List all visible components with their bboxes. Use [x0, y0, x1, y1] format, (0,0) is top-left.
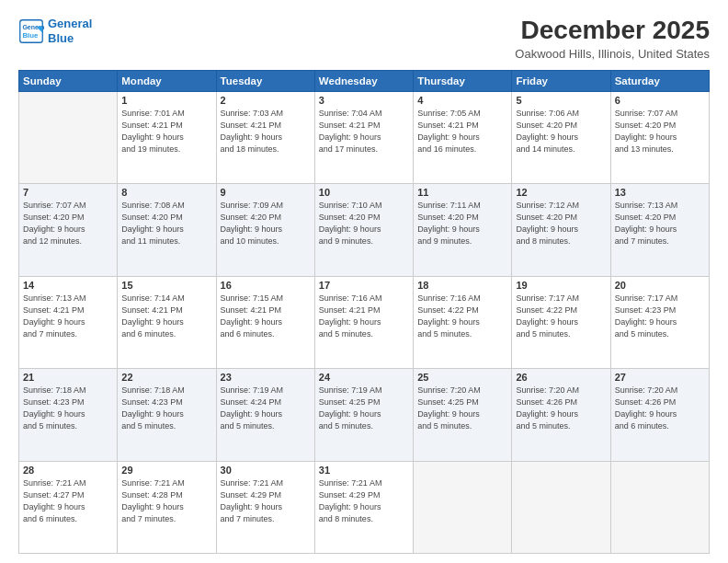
calendar-cell: 30Sunrise: 7:21 AM Sunset: 4:29 PM Dayli…	[216, 461, 314, 553]
day-number: 21	[23, 372, 113, 383]
day-number: 5	[516, 95, 606, 106]
day-number: 4	[417, 95, 507, 106]
calendar-cell	[414, 461, 512, 553]
calendar-cell	[610, 461, 709, 553]
calendar-cell: 23Sunrise: 7:19 AM Sunset: 4:24 PM Dayli…	[216, 369, 314, 461]
calendar-cell: 15Sunrise: 7:14 AM Sunset: 4:21 PM Dayli…	[118, 276, 216, 368]
day-info: Sunrise: 7:13 AM Sunset: 4:21 PM Dayligh…	[23, 293, 113, 340]
calendar-cell: 31Sunrise: 7:21 AM Sunset: 4:29 PM Dayli…	[314, 461, 413, 553]
calendar-week-row: 21Sunrise: 7:18 AM Sunset: 4:23 PM Dayli…	[19, 369, 710, 461]
calendar-week-row: 14Sunrise: 7:13 AM Sunset: 4:21 PM Dayli…	[19, 276, 710, 368]
calendar-cell: 11Sunrise: 7:11 AM Sunset: 4:20 PM Dayli…	[414, 184, 512, 276]
title-block: December 2025 Oakwood Hills, Illinois, U…	[515, 17, 710, 61]
day-number: 9	[221, 187, 311, 198]
calendar-cell	[19, 91, 118, 183]
day-info: Sunrise: 7:05 AM Sunset: 4:21 PM Dayligh…	[417, 108, 507, 155]
logo-line1: General	[48, 17, 92, 30]
day-number: 24	[319, 372, 409, 383]
svg-text:Blue: Blue	[22, 31, 39, 40]
calendar-cell: 25Sunrise: 7:20 AM Sunset: 4:25 PM Dayli…	[414, 369, 512, 461]
calendar-cell: 3Sunrise: 7:04 AM Sunset: 4:21 PM Daylig…	[314, 91, 413, 183]
day-info: Sunrise: 7:18 AM Sunset: 4:23 PM Dayligh…	[121, 385, 211, 432]
logo-line2: Blue	[48, 31, 74, 45]
day-info: Sunrise: 7:19 AM Sunset: 4:25 PM Dayligh…	[319, 385, 409, 432]
day-header-monday: Monday	[118, 70, 216, 91]
calendar-cell: 26Sunrise: 7:20 AM Sunset: 4:26 PM Dayli…	[512, 369, 610, 461]
day-header-sunday: Sunday	[19, 70, 118, 91]
day-number: 17	[319, 280, 409, 291]
calendar-cell: 18Sunrise: 7:16 AM Sunset: 4:22 PM Dayli…	[414, 276, 512, 368]
day-number: 23	[221, 372, 311, 383]
header: General Blue General Blue December 2025 …	[18, 17, 710, 61]
calendar-table: SundayMondayTuesdayWednesdayThursdayFrid…	[18, 70, 710, 554]
calendar-week-row: 7Sunrise: 7:07 AM Sunset: 4:20 PM Daylig…	[19, 184, 710, 276]
day-info: Sunrise: 7:20 AM Sunset: 4:26 PM Dayligh…	[615, 385, 705, 432]
day-info: Sunrise: 7:16 AM Sunset: 4:21 PM Dayligh…	[319, 293, 409, 340]
day-info: Sunrise: 7:07 AM Sunset: 4:20 PM Dayligh…	[23, 200, 113, 247]
day-info: Sunrise: 7:21 AM Sunset: 4:28 PM Dayligh…	[121, 477, 211, 525]
calendar-cell: 4Sunrise: 7:05 AM Sunset: 4:21 PM Daylig…	[414, 91, 512, 183]
day-info: Sunrise: 7:14 AM Sunset: 4:21 PM Dayligh…	[121, 293, 211, 340]
day-number: 11	[417, 187, 507, 198]
calendar-cell: 20Sunrise: 7:17 AM Sunset: 4:23 PM Dayli…	[610, 276, 709, 368]
calendar-cell: 13Sunrise: 7:13 AM Sunset: 4:20 PM Dayli…	[610, 184, 709, 276]
day-number: 13	[615, 187, 705, 198]
day-info: Sunrise: 7:15 AM Sunset: 4:21 PM Dayligh…	[221, 293, 311, 340]
day-info: Sunrise: 7:19 AM Sunset: 4:24 PM Dayligh…	[221, 385, 311, 432]
day-number: 18	[417, 280, 507, 291]
day-info: Sunrise: 7:17 AM Sunset: 4:22 PM Dayligh…	[516, 293, 606, 340]
day-number: 3	[319, 95, 409, 106]
day-info: Sunrise: 7:09 AM Sunset: 4:20 PM Dayligh…	[221, 200, 311, 247]
day-number: 20	[615, 280, 705, 291]
day-number: 14	[23, 280, 113, 291]
day-info: Sunrise: 7:21 AM Sunset: 4:29 PM Dayligh…	[221, 477, 311, 525]
calendar-cell: 5Sunrise: 7:06 AM Sunset: 4:20 PM Daylig…	[512, 91, 610, 183]
day-info: Sunrise: 7:21 AM Sunset: 4:27 PM Dayligh…	[23, 477, 113, 525]
day-number: 30	[221, 465, 311, 476]
day-header-friday: Friday	[512, 70, 610, 91]
day-header-tuesday: Tuesday	[216, 70, 314, 91]
calendar-cell: 21Sunrise: 7:18 AM Sunset: 4:23 PM Dayli…	[19, 369, 118, 461]
calendar-week-row: 28Sunrise: 7:21 AM Sunset: 4:27 PM Dayli…	[19, 461, 710, 553]
day-number: 29	[121, 465, 211, 476]
day-info: Sunrise: 7:04 AM Sunset: 4:21 PM Dayligh…	[319, 108, 409, 155]
calendar-cell: 6Sunrise: 7:07 AM Sunset: 4:20 PM Daylig…	[610, 91, 709, 183]
calendar-cell: 22Sunrise: 7:18 AM Sunset: 4:23 PM Dayli…	[118, 369, 216, 461]
calendar-cell: 17Sunrise: 7:16 AM Sunset: 4:21 PM Dayli…	[314, 276, 413, 368]
calendar-cell: 29Sunrise: 7:21 AM Sunset: 4:28 PM Dayli…	[118, 461, 216, 553]
day-number: 7	[23, 187, 113, 198]
calendar-cell: 7Sunrise: 7:07 AM Sunset: 4:20 PM Daylig…	[19, 184, 118, 276]
calendar-cell: 12Sunrise: 7:12 AM Sunset: 4:20 PM Dayli…	[512, 184, 610, 276]
calendar-week-row: 1Sunrise: 7:01 AM Sunset: 4:21 PM Daylig…	[19, 91, 710, 183]
day-info: Sunrise: 7:13 AM Sunset: 4:20 PM Dayligh…	[615, 200, 705, 247]
day-number: 1	[121, 95, 211, 106]
calendar-cell: 10Sunrise: 7:10 AM Sunset: 4:20 PM Dayli…	[314, 184, 413, 276]
day-info: Sunrise: 7:16 AM Sunset: 4:22 PM Dayligh…	[417, 293, 507, 340]
logo-icon: General Blue	[18, 18, 44, 44]
day-header-wednesday: Wednesday	[314, 70, 413, 91]
calendar-cell: 28Sunrise: 7:21 AM Sunset: 4:27 PM Dayli…	[19, 461, 118, 553]
calendar-cell: 24Sunrise: 7:19 AM Sunset: 4:25 PM Dayli…	[314, 369, 413, 461]
day-info: Sunrise: 7:08 AM Sunset: 4:20 PM Dayligh…	[121, 200, 211, 247]
calendar-cell: 16Sunrise: 7:15 AM Sunset: 4:21 PM Dayli…	[216, 276, 314, 368]
day-info: Sunrise: 7:11 AM Sunset: 4:20 PM Dayligh…	[417, 200, 507, 247]
day-number: 25	[417, 372, 507, 383]
day-number: 10	[319, 187, 409, 198]
day-info: Sunrise: 7:20 AM Sunset: 4:25 PM Dayligh…	[417, 385, 507, 432]
calendar-cell: 2Sunrise: 7:03 AM Sunset: 4:21 PM Daylig…	[216, 91, 314, 183]
day-number: 26	[516, 372, 606, 383]
day-number: 28	[23, 465, 113, 476]
calendar-cell: 14Sunrise: 7:13 AM Sunset: 4:21 PM Dayli…	[19, 276, 118, 368]
day-info: Sunrise: 7:21 AM Sunset: 4:29 PM Dayligh…	[319, 477, 409, 525]
day-info: Sunrise: 7:03 AM Sunset: 4:21 PM Dayligh…	[221, 108, 311, 155]
logo-text: General Blue	[48, 17, 92, 45]
day-info: Sunrise: 7:17 AM Sunset: 4:23 PM Dayligh…	[615, 293, 705, 340]
calendar-cell: 19Sunrise: 7:17 AM Sunset: 4:22 PM Dayli…	[512, 276, 610, 368]
day-info: Sunrise: 7:06 AM Sunset: 4:20 PM Dayligh…	[516, 108, 606, 155]
day-info: Sunrise: 7:12 AM Sunset: 4:20 PM Dayligh…	[516, 200, 606, 247]
calendar-cell	[512, 461, 610, 553]
day-info: Sunrise: 7:07 AM Sunset: 4:20 PM Dayligh…	[615, 108, 705, 155]
day-number: 2	[221, 95, 311, 106]
calendar-cell: 27Sunrise: 7:20 AM Sunset: 4:26 PM Dayli…	[610, 369, 709, 461]
calendar-cell: 8Sunrise: 7:08 AM Sunset: 4:20 PM Daylig…	[118, 184, 216, 276]
